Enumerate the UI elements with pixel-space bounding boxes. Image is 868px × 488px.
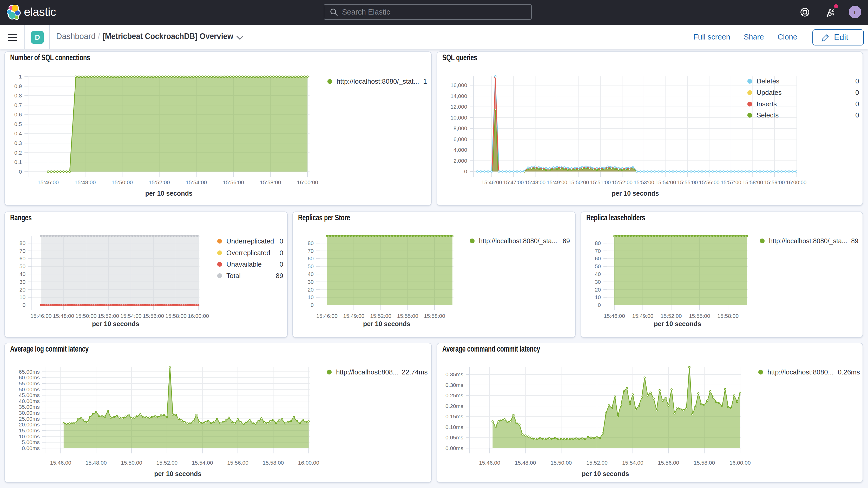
svg-text:89: 89 bbox=[851, 237, 858, 245]
svg-text:55.00ms: 55.00ms bbox=[19, 380, 40, 387]
svg-text:15:46:00: 15:46:00 bbox=[481, 180, 502, 185]
svg-text:15:54:00: 15:54:00 bbox=[192, 460, 213, 466]
svg-text:per 10 seconds: per 10 seconds bbox=[154, 470, 202, 477]
svg-text:20: 20 bbox=[20, 286, 26, 293]
svg-text:Inserts: Inserts bbox=[756, 100, 777, 108]
svg-text:16:00:00: 16:00:00 bbox=[730, 460, 751, 466]
svg-text:35.00ms: 35.00ms bbox=[19, 404, 40, 410]
svg-text:25.00ms: 25.00ms bbox=[19, 416, 40, 422]
svg-text:15:56:00: 15:56:00 bbox=[658, 460, 679, 466]
svg-text:http://localhost:8080/_stat...: http://localhost:8080/_stat... bbox=[337, 78, 419, 85]
svg-text:0.25ms: 0.25ms bbox=[445, 392, 463, 398]
svg-text:4,000: 4,000 bbox=[454, 147, 467, 153]
svg-text:15:52:00: 15:52:00 bbox=[612, 180, 632, 185]
svg-text:5.00ms: 5.00ms bbox=[22, 439, 40, 445]
svg-text:15:58:00: 15:58:00 bbox=[693, 460, 715, 466]
svg-text:0: 0 bbox=[280, 249, 283, 257]
svg-text:15:50:00: 15:50:00 bbox=[551, 460, 572, 466]
svg-text:0.3: 0.3 bbox=[14, 140, 22, 146]
svg-text:0: 0 bbox=[19, 169, 22, 175]
svg-text:15:56:00: 15:56:00 bbox=[227, 460, 248, 466]
svg-text:0: 0 bbox=[311, 302, 314, 308]
svg-text:Underreplicated: Underreplicated bbox=[226, 237, 274, 245]
svg-text:16:00:00: 16:00:00 bbox=[298, 460, 319, 466]
svg-text:http://localhost:8080...: http://localhost:8080... bbox=[768, 368, 833, 376]
svg-text:0: 0 bbox=[23, 302, 26, 308]
svg-text:0.1: 0.1 bbox=[14, 159, 22, 165]
svg-text:15:52:00: 15:52:00 bbox=[156, 460, 178, 466]
svg-text:40: 40 bbox=[20, 271, 26, 277]
svg-text:15:56:00: 15:56:00 bbox=[223, 179, 244, 185]
svg-text:0: 0 bbox=[280, 261, 283, 268]
svg-text:15:55:00: 15:55:00 bbox=[397, 313, 418, 319]
svg-text:per 10 seconds: per 10 seconds bbox=[145, 190, 193, 197]
svg-text:Overreplicated: Overreplicated bbox=[226, 249, 270, 257]
svg-text:15:55:00: 15:55:00 bbox=[689, 313, 710, 319]
svg-text:0.00ms: 0.00ms bbox=[445, 445, 463, 451]
svg-text:http://localhost:8080/_sta...: http://localhost:8080/_sta... bbox=[479, 237, 557, 245]
svg-text:0.5: 0.5 bbox=[14, 121, 22, 127]
svg-text:Deletes: Deletes bbox=[756, 77, 779, 85]
svg-text:15:58:00: 15:58:00 bbox=[717, 313, 739, 319]
svg-text:12,000: 12,000 bbox=[451, 104, 467, 110]
svg-text:1: 1 bbox=[19, 73, 22, 80]
svg-text:30.00ms: 30.00ms bbox=[19, 410, 40, 416]
svg-text:0.35ms: 0.35ms bbox=[445, 371, 463, 377]
svg-text:0.20ms: 0.20ms bbox=[445, 403, 463, 409]
svg-text:15:50:00: 15:50:00 bbox=[75, 313, 97, 319]
svg-text:50: 50 bbox=[308, 263, 314, 269]
svg-text:0.8: 0.8 bbox=[14, 92, 22, 98]
svg-text:15:52:00: 15:52:00 bbox=[149, 179, 170, 185]
svg-text:15:48:00: 15:48:00 bbox=[53, 313, 74, 319]
svg-text:30: 30 bbox=[20, 279, 26, 285]
svg-text:50: 50 bbox=[595, 263, 601, 269]
svg-text:15:56:00: 15:56:00 bbox=[699, 180, 719, 185]
svg-text:per 10 seconds: per 10 seconds bbox=[654, 320, 701, 328]
svg-text:80: 80 bbox=[595, 240, 601, 246]
svg-text:0.00ms: 0.00ms bbox=[22, 445, 40, 451]
svg-text:8,000: 8,000 bbox=[454, 125, 467, 131]
svg-text:15:58:00: 15:58:00 bbox=[263, 460, 284, 466]
svg-text:15:48:00: 15:48:00 bbox=[515, 460, 536, 466]
svg-text:10,000: 10,000 bbox=[451, 115, 467, 121]
svg-text:15:59:00: 15:59:00 bbox=[764, 180, 785, 185]
svg-text:per 10 seconds: per 10 seconds bbox=[363, 320, 410, 328]
svg-text:40: 40 bbox=[308, 271, 314, 277]
svg-text:70: 70 bbox=[308, 248, 314, 254]
svg-text:45.00ms: 45.00ms bbox=[19, 392, 40, 398]
svg-text:15:58:00: 15:58:00 bbox=[424, 313, 445, 319]
svg-text:http://localhost:8080/_sta...: http://localhost:8080/_sta... bbox=[769, 237, 847, 245]
svg-text:0: 0 bbox=[855, 77, 859, 85]
svg-text:15:58:00: 15:58:00 bbox=[742, 180, 763, 185]
svg-text:per 10 seconds: per 10 seconds bbox=[92, 320, 139, 328]
svg-text:15:54:00: 15:54:00 bbox=[622, 460, 644, 466]
svg-text:50: 50 bbox=[20, 263, 26, 269]
svg-text:65.00ms: 65.00ms bbox=[19, 369, 40, 375]
svg-text:20: 20 bbox=[595, 286, 601, 293]
svg-text:Selects: Selects bbox=[756, 111, 779, 119]
svg-text:0.9: 0.9 bbox=[14, 83, 22, 89]
svg-text:15:50:00: 15:50:00 bbox=[121, 460, 142, 466]
svg-text:0: 0 bbox=[855, 100, 859, 108]
svg-text:70: 70 bbox=[20, 248, 26, 254]
svg-text:15:54:00: 15:54:00 bbox=[186, 179, 207, 185]
svg-text:15:55:00: 15:55:00 bbox=[677, 180, 698, 185]
svg-text:15:49:00: 15:49:00 bbox=[547, 180, 567, 185]
svg-text:16:00:00: 16:00:00 bbox=[786, 180, 806, 185]
svg-text:0.10ms: 0.10ms bbox=[445, 424, 463, 430]
svg-text:2,000: 2,000 bbox=[454, 158, 467, 164]
svg-text:15:46:00: 15:46:00 bbox=[50, 460, 71, 466]
svg-text:14,000: 14,000 bbox=[451, 93, 467, 99]
svg-text:15:56:00: 15:56:00 bbox=[143, 313, 164, 319]
svg-text:15:58:00: 15:58:00 bbox=[260, 179, 281, 185]
svg-text:Updates: Updates bbox=[756, 89, 782, 96]
svg-text:22.74ms: 22.74ms bbox=[402, 368, 428, 376]
svg-text:16,000: 16,000 bbox=[451, 82, 467, 88]
svg-text:10: 10 bbox=[595, 294, 601, 300]
svg-text:15:48:00: 15:48:00 bbox=[525, 180, 546, 185]
svg-text:0: 0 bbox=[855, 89, 859, 96]
svg-text:15:49:00: 15:49:00 bbox=[632, 313, 654, 319]
svg-text:0: 0 bbox=[464, 169, 467, 174]
svg-text:0.7: 0.7 bbox=[14, 102, 22, 108]
svg-text:0.15ms: 0.15ms bbox=[445, 414, 463, 419]
